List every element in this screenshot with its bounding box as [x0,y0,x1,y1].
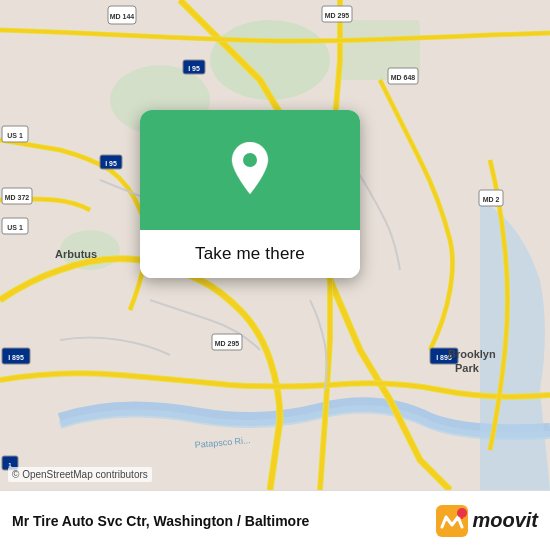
svg-text:Park: Park [455,362,480,374]
svg-text:MD 295: MD 295 [325,12,350,19]
svg-text:MD 2: MD 2 [483,196,500,203]
moovit-logo: moovit [436,505,538,537]
svg-text:MD 144: MD 144 [110,13,135,20]
bottom-bar: Mr Tire Auto Svc Ctr, Washington / Balti… [0,490,550,550]
popup-map-area [140,110,360,230]
svg-text:I 895: I 895 [8,354,24,361]
svg-text:US 1: US 1 [7,224,23,231]
moovit-brand-text: moovit [472,509,538,532]
svg-point-35 [243,153,257,167]
map-attribution: © OpenStreetMap contributors [8,467,152,482]
location-pin-icon [226,142,274,198]
svg-text:US 1: US 1 [7,132,23,139]
svg-point-1 [210,20,330,100]
svg-text:I 95: I 95 [105,160,117,167]
take-me-there-button[interactable]: Take me there [140,230,360,278]
map-container: MD 144 I 95 I 95 US 1 US 1 MD 372 MD 295… [0,0,550,490]
svg-text:I 95: I 95 [188,65,200,72]
location-name: Mr Tire Auto Svc Ctr, Washington / Balti… [12,513,436,529]
svg-text:Arbutus: Arbutus [55,248,97,260]
moovit-brand-icon [436,505,468,537]
svg-text:Brooklyn: Brooklyn [448,348,496,360]
svg-text:MD 295: MD 295 [215,340,240,347]
popup-card: Take me there [140,110,360,278]
svg-text:MD 372: MD 372 [5,194,30,201]
svg-text:MD 648: MD 648 [391,74,416,81]
